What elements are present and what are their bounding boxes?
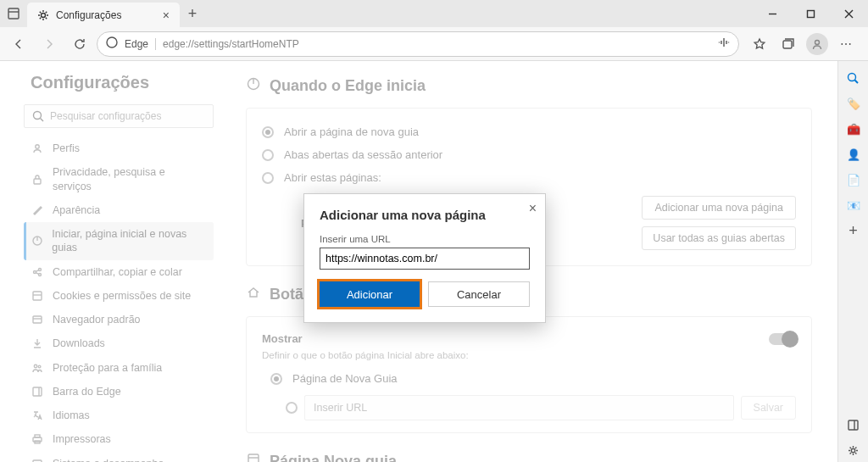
tab-title: Configurações: [56, 9, 156, 21]
profile-button[interactable]: [804, 31, 831, 58]
edge-icon: [106, 36, 118, 51]
more-menu-icon[interactable]: ⋯: [832, 31, 860, 58]
svg-point-41: [849, 73, 856, 81]
outlook-icon[interactable]: 📧: [842, 193, 865, 217]
close-dialog-icon[interactable]: ×: [529, 201, 537, 216]
favorites-icon[interactable]: [746, 31, 773, 58]
browser-tab[interactable]: Configurações ×: [27, 3, 180, 27]
maximize-button[interactable]: [792, 0, 830, 27]
address-url: edge://settings/startHomeNTP: [163, 38, 711, 50]
svg-point-9: [815, 40, 820, 44]
read-aloud-icon[interactable]: [718, 36, 730, 51]
minimize-button[interactable]: [754, 0, 792, 27]
refresh-button[interactable]: [66, 31, 93, 58]
address-bar[interactable]: Edge edge://settings/startHomeNTP: [97, 31, 739, 57]
hide-sidebar-icon[interactable]: [842, 413, 865, 437]
office-icon[interactable]: 📄: [842, 168, 865, 192]
svg-rect-0: [8, 8, 19, 19]
add-sidebar-icon[interactable]: +: [842, 219, 865, 242]
svg-rect-43: [849, 420, 858, 430]
back-button[interactable]: [5, 31, 32, 58]
search-icon[interactable]: [842, 66, 865, 90]
shopping-icon[interactable]: 🏷️: [842, 92, 865, 115]
svg-point-7: [107, 37, 117, 47]
close-window-button[interactable]: [830, 0, 868, 27]
dialog-url-label: Inserir uma URL: [320, 234, 530, 244]
dialog-cancel-button[interactable]: Cancelar: [428, 281, 530, 307]
gear-icon: [37, 9, 49, 21]
close-tab-icon[interactable]: ×: [163, 8, 170, 22]
svg-rect-8: [783, 41, 792, 48]
svg-rect-4: [808, 10, 815, 17]
address-source-label: Edge: [125, 38, 156, 50]
sidebar-settings-icon[interactable]: [842, 438, 865, 462]
add-page-dialog: × Adicionar uma nova página Inserir uma …: [303, 193, 546, 323]
tools-icon[interactable]: 🧰: [842, 117, 865, 141]
svg-point-45: [851, 448, 854, 452]
dialog-url-input[interactable]: [320, 248, 530, 270]
tab-manager-button[interactable]: [0, 0, 27, 27]
svg-line-42: [855, 80, 859, 83]
new-tab-button[interactable]: +: [180, 0, 205, 27]
edge-sidebar: 🏷️ 🧰 👤 📄 📧 +: [837, 61, 868, 462]
dialog-title: Adicionar uma nova página: [320, 208, 530, 222]
svg-point-2: [42, 13, 46, 17]
collections-icon[interactable]: [775, 31, 802, 58]
games-icon[interactable]: 👤: [842, 142, 865, 166]
forward-button: [36, 31, 63, 58]
dialog-add-button[interactable]: Adicionar: [320, 281, 420, 307]
